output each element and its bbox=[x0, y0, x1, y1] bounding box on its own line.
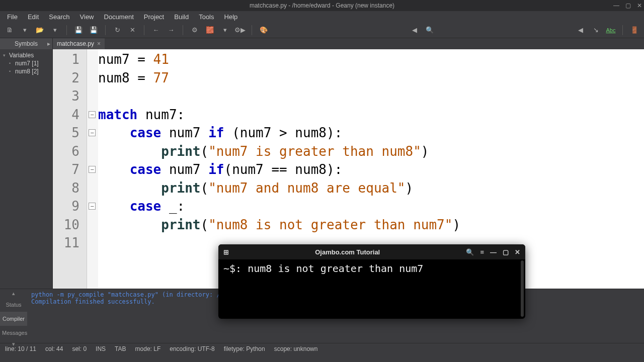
undo-icon[interactable]: ← bbox=[150, 25, 162, 36]
maximize-icon[interactable]: ▢ bbox=[625, 2, 631, 9]
line-gutter: 1234567891011 bbox=[53, 49, 87, 289]
window-titlebar: matchcase.py - /home/edward - Geany (new… bbox=[0, 0, 644, 11]
status-tab: TAB bbox=[115, 345, 126, 352]
close-icon[interactable]: ✕ bbox=[637, 2, 642, 9]
status-col: col: 44 bbox=[45, 345, 63, 352]
minimize-icon[interactable]: ― bbox=[490, 248, 497, 256]
menu-tools[interactable]: Tools bbox=[195, 12, 218, 22]
tree-item-label: num7 [1] bbox=[15, 60, 39, 67]
status-line: line: 10 / 11 bbox=[5, 345, 36, 352]
editor-tabs: matchcase.py × bbox=[53, 38, 644, 49]
terminal-scrollbar[interactable] bbox=[521, 260, 524, 317]
toolbar: 🗎 ▾ 📂 ▾ 💾 💾 ↻ ✕ ← → ⚙ 🧱 ▾ ⚙▶ 🎨 ◀ 🔍 ◀ ↘ A… bbox=[0, 22, 644, 38]
dropdown-icon[interactable]: ▾ bbox=[19, 25, 30, 36]
status-encoding: encoding: UTF-8 bbox=[170, 345, 214, 352]
tab-close-icon[interactable]: × bbox=[97, 40, 101, 47]
terminal-window: ⊞ Ojambo.com Tutorial 🔍 ≡ ― ▢ ✕ ~$: num8… bbox=[218, 244, 525, 319]
menu-edit[interactable]: Edit bbox=[24, 12, 43, 22]
fold-toggle[interactable]: − bbox=[89, 111, 96, 118]
maximize-icon[interactable]: ▢ bbox=[503, 248, 509, 256]
search-icon[interactable]: 🔍 bbox=[424, 25, 435, 36]
new-file-icon[interactable]: 🗎 bbox=[4, 25, 15, 36]
close-file-icon[interactable]: ✕ bbox=[127, 25, 138, 36]
open-file-icon[interactable]: 📂 bbox=[34, 25, 45, 36]
search-icon[interactable]: 🔍 bbox=[466, 248, 474, 256]
bottom-tab-compiler[interactable]: Compiler bbox=[0, 312, 27, 326]
terminal-body[interactable]: ~$: num8 is not greater than num7 bbox=[218, 259, 525, 319]
tree-item-label: num8 [2] bbox=[15, 68, 39, 75]
menu-file[interactable]: File bbox=[3, 12, 22, 22]
tree-caret-icon: ▾ bbox=[3, 53, 7, 58]
status-filetype: filetype: Python bbox=[224, 345, 265, 352]
bullet-icon: • bbox=[9, 61, 13, 66]
redo-icon[interactable]: → bbox=[166, 25, 177, 36]
chevron-right-icon[interactable]: ▸ bbox=[47, 40, 50, 47]
nav-back-icon[interactable]: ◀ bbox=[409, 25, 420, 36]
jump-icon[interactable]: ↘ bbox=[590, 25, 601, 36]
status-ins: INS bbox=[96, 345, 106, 352]
chevron-up-icon[interactable]: ▴ bbox=[0, 289, 27, 298]
statusbar: line: 10 / 11 col: 44 sel: 0 INS TAB mod… bbox=[0, 343, 644, 354]
dropdown-icon[interactable]: ▾ bbox=[49, 25, 60, 36]
compile-icon[interactable]: ⚙ bbox=[189, 25, 200, 36]
tab-label: matchcase.py bbox=[57, 40, 94, 47]
run-icon[interactable]: ⚙▶ bbox=[234, 25, 246, 36]
tree-item[interactable]: •num8 [2] bbox=[1, 67, 51, 75]
minimize-icon[interactable]: ― bbox=[613, 2, 619, 9]
menu-icon[interactable]: ≡ bbox=[480, 248, 484, 256]
build-icon[interactable]: 🧱 bbox=[204, 25, 215, 36]
terminal-title: Ojambo.com Tutorial bbox=[315, 248, 380, 256]
menu-document[interactable]: Document bbox=[100, 12, 138, 22]
status-scope: scope: unknown bbox=[274, 345, 318, 352]
tree-root-label: Variables bbox=[9, 52, 34, 59]
tree-item[interactable]: •num7 [1] bbox=[1, 59, 51, 67]
status-mode: mode: LF bbox=[135, 345, 161, 352]
menu-search[interactable]: Search bbox=[45, 12, 73, 22]
quit-icon[interactable]: 🚪 bbox=[629, 25, 640, 36]
bottom-tab-status[interactable]: Status bbox=[0, 298, 27, 312]
fold-toggle[interactable]: − bbox=[89, 129, 96, 136]
menubar: FileEditSearchViewDocumentProjectBuildTo… bbox=[0, 11, 644, 22]
bottom-tab-messages[interactable]: Messages bbox=[0, 326, 27, 340]
menu-build[interactable]: Build bbox=[170, 12, 193, 22]
menu-project[interactable]: Project bbox=[140, 12, 168, 22]
fold-toggle[interactable]: − bbox=[89, 203, 96, 210]
fold-column: −−−− bbox=[87, 49, 98, 289]
bullet-icon: • bbox=[9, 69, 13, 74]
window-title: matchcase.py - /home/edward - Geany (new… bbox=[250, 2, 394, 9]
sidebar-tab-symbols[interactable]: Symbols ▸ bbox=[0, 38, 52, 49]
terminal-prompt: ~$: bbox=[223, 262, 242, 275]
reload-icon[interactable]: ↻ bbox=[112, 25, 123, 36]
color-icon[interactable]: 🎨 bbox=[258, 25, 269, 36]
save-all-icon[interactable]: 💾 bbox=[88, 25, 99, 36]
terminal-output: num8 is not greater than num7 bbox=[248, 262, 423, 275]
terminal-titlebar: ⊞ Ojambo.com Tutorial 🔍 ≡ ― ▢ ✕ bbox=[218, 244, 525, 259]
tree-root-variables[interactable]: ▾ Variables bbox=[1, 51, 51, 59]
nav-back-icon[interactable]: ◀ bbox=[575, 25, 586, 36]
abc-icon[interactable]: Abc bbox=[605, 25, 616, 36]
close-icon[interactable]: ✕ bbox=[515, 248, 520, 256]
fold-toggle[interactable]: − bbox=[89, 166, 96, 173]
dropdown-icon[interactable]: ▾ bbox=[219, 25, 230, 36]
status-sel: sel: 0 bbox=[72, 345, 87, 352]
menu-help[interactable]: Help bbox=[220, 12, 242, 22]
save-icon[interactable]: 💾 bbox=[73, 25, 84, 36]
sidebar: Symbols ▸ ▾ Variables •num7 [1]•num8 [2] bbox=[0, 38, 53, 289]
sidebar-tab-label: Symbols bbox=[15, 40, 38, 47]
tab-matchcase[interactable]: matchcase.py × bbox=[53, 38, 105, 49]
menu-view[interactable]: View bbox=[76, 12, 98, 22]
new-tab-icon[interactable]: ⊞ bbox=[223, 248, 229, 256]
